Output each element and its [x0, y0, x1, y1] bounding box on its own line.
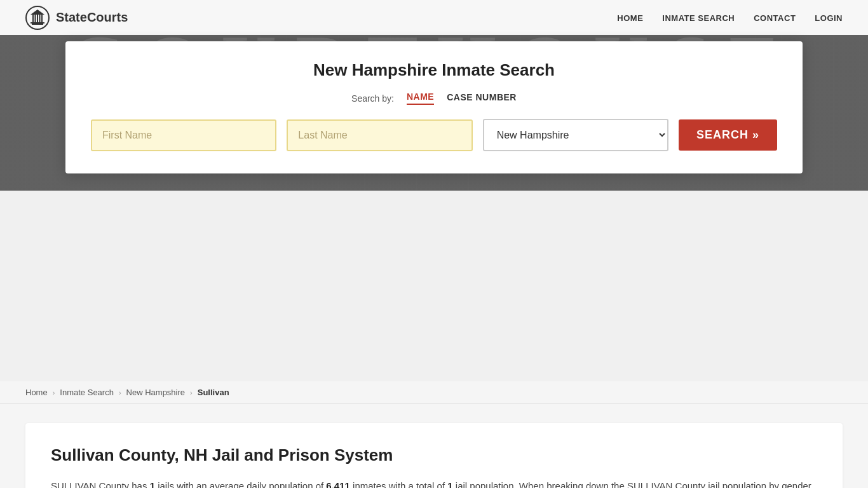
search-fields: New Hampshire Alabama Alaska Arizona Ark…: [91, 119, 777, 151]
breadcrumb-chevron-2: ›: [119, 389, 121, 396]
svg-marker-8: [31, 10, 44, 15]
svg-rect-1: [32, 24, 43, 25]
svg-rect-2: [31, 22, 44, 24]
breadcrumb-home[interactable]: Home: [25, 388, 48, 397]
main-content: Sullivan County, NH Jail and Prison Syst…: [0, 404, 868, 488]
nav-contact[interactable]: CONTACT: [754, 13, 796, 23]
breadcrumb-current: Sullivan: [198, 388, 229, 397]
search-button[interactable]: SEARCH »: [679, 119, 777, 151]
nav-login[interactable]: LOGIN: [815, 13, 843, 23]
tab-name[interactable]: NAME: [407, 92, 434, 105]
logo-link[interactable]: StateCourts: [25, 6, 128, 30]
svg-rect-7: [41, 15, 43, 22]
first-name-input[interactable]: [91, 119, 276, 151]
search-by-row: Search by: NAME CASE NUMBER: [91, 92, 777, 105]
modal-title: New Hampshire Inmate Search: [91, 60, 777, 80]
nav-links: HOME INMATE SEARCH CONTACT LOGIN: [617, 13, 843, 23]
search-by-label: Search by:: [351, 93, 394, 104]
last-name-input[interactable]: [287, 119, 472, 151]
content-card: Sullivan County, NH Jail and Prison Syst…: [25, 423, 843, 488]
svg-rect-6: [39, 15, 41, 22]
nav-bar: StateCourts HOME INMATE SEARCH CONTACT L…: [0, 0, 868, 35]
header: COURTHOUSE StateCourts HOME INMATE SEAR: [0, 0, 868, 191]
breadcrumb-inmate-search[interactable]: Inmate Search: [60, 388, 114, 397]
content-description: SULLIVAN County has 1 jails with an aver…: [51, 478, 817, 488]
logo-text: StateCourts: [56, 10, 128, 25]
svg-rect-5: [37, 15, 38, 22]
tab-case-number[interactable]: CASE NUMBER: [447, 92, 517, 104]
content-title: Sullivan County, NH Jail and Prison Syst…: [51, 445, 817, 465]
breadcrumb-chevron-1: ›: [53, 389, 55, 396]
breadcrumb: Home › Inmate Search › New Hampshire › S…: [0, 381, 868, 404]
nav-inmate-search[interactable]: INMATE SEARCH: [662, 13, 735, 23]
svg-rect-3: [32, 15, 34, 22]
logo-icon: [25, 6, 50, 30]
nav-home[interactable]: HOME: [617, 13, 643, 23]
svg-rect-4: [35, 15, 36, 22]
breadcrumb-new-hampshire[interactable]: New Hampshire: [126, 388, 185, 397]
breadcrumb-chevron-3: ›: [190, 389, 193, 396]
search-modal: New Hampshire Inmate Search Search by: N…: [65, 41, 803, 173]
state-select[interactable]: New Hampshire Alabama Alaska Arizona Ark…: [483, 119, 668, 151]
